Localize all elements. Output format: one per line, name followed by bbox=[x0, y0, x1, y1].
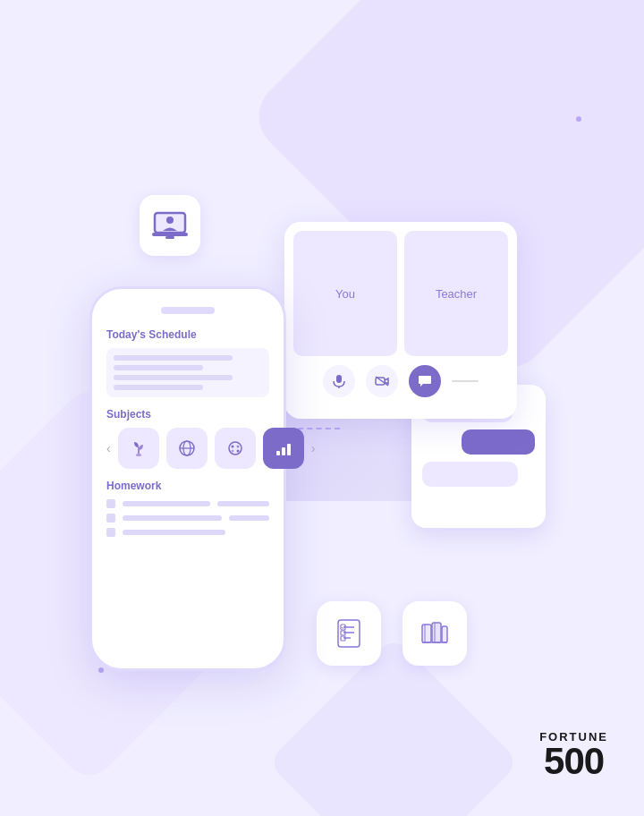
sched-line-3 bbox=[114, 375, 233, 380]
svg-rect-6 bbox=[376, 378, 385, 385]
svg-rect-8 bbox=[136, 454, 141, 456]
schedule-block bbox=[106, 348, 269, 397]
sched-line-1 bbox=[114, 355, 233, 361]
hw-item-2 bbox=[106, 514, 269, 523]
fortune-500-badge: FORTUNE 500 bbox=[539, 731, 608, 780]
svg-point-12 bbox=[229, 442, 242, 455]
chat-bubble-received-2 bbox=[422, 462, 518, 487]
video-off-button[interactable] bbox=[366, 365, 398, 397]
hw-item-1 bbox=[106, 499, 269, 508]
chat-button[interactable] bbox=[409, 365, 441, 397]
subjects-section-title: Subjects bbox=[106, 408, 269, 421]
main-content: You Teacher bbox=[0, 0, 644, 816]
video-cell-teacher: Teacher bbox=[404, 231, 508, 356]
fortune-500-text: 500 bbox=[539, 743, 608, 780]
svg-rect-18 bbox=[282, 447, 285, 455]
subject-chart-card[interactable] bbox=[263, 428, 304, 469]
subjects-row: ‹ bbox=[106, 428, 269, 469]
svg-point-13 bbox=[231, 446, 233, 448]
svg-rect-27 bbox=[422, 625, 431, 642]
laptop-icon-card[interactable] bbox=[140, 195, 200, 256]
divider-line bbox=[452, 380, 479, 382]
subject-plant-card[interactable] bbox=[118, 428, 159, 469]
hw-text-3 bbox=[123, 530, 225, 535]
sched-line-2 bbox=[114, 365, 203, 370]
phone-notch bbox=[161, 307, 215, 314]
sched-line-4 bbox=[114, 385, 203, 390]
chat-bubble-sent bbox=[462, 429, 535, 455]
books-icon-card[interactable] bbox=[402, 601, 467, 666]
checklist-icon-card[interactable] bbox=[317, 601, 381, 666]
books-icon bbox=[417, 616, 453, 651]
phone-mockup: Today's Schedule Subjects ‹ bbox=[89, 286, 286, 671]
hw-text-2 bbox=[123, 515, 222, 521]
video-controls bbox=[293, 365, 508, 397]
video-cell-you: You bbox=[293, 231, 397, 356]
subject-globe-card[interactable] bbox=[166, 428, 208, 469]
subjects-prev-arrow[interactable]: ‹ bbox=[106, 441, 111, 455]
schedule-section-title: Today's Schedule bbox=[106, 328, 269, 341]
subject-art-card[interactable] bbox=[215, 428, 256, 469]
homework-section-title: Homework bbox=[106, 480, 269, 492]
hw-checkbox-2[interactable] bbox=[106, 514, 115, 523]
svg-rect-2 bbox=[152, 233, 188, 236]
video-grid: You Teacher bbox=[293, 231, 508, 356]
hw-text-1 bbox=[123, 501, 210, 506]
hw-checkbox-1[interactable] bbox=[106, 499, 115, 508]
subjects-next-arrow[interactable]: › bbox=[311, 441, 316, 455]
svg-rect-29 bbox=[432, 623, 441, 642]
svg-point-14 bbox=[236, 446, 239, 448]
svg-point-16 bbox=[236, 450, 239, 453]
laptop-icon bbox=[152, 211, 188, 240]
svg-rect-17 bbox=[276, 451, 280, 455]
hw-text-1b bbox=[217, 501, 270, 506]
svg-point-1 bbox=[166, 217, 174, 224]
svg-rect-4 bbox=[336, 375, 342, 383]
svg-rect-19 bbox=[287, 444, 291, 455]
svg-point-15 bbox=[231, 450, 233, 453]
homework-list bbox=[106, 499, 269, 537]
checklist-icon bbox=[331, 616, 367, 651]
hw-item-3 bbox=[106, 528, 269, 537]
svg-rect-31 bbox=[442, 626, 447, 642]
mic-button[interactable] bbox=[323, 365, 355, 397]
hw-checkbox-3[interactable] bbox=[106, 528, 115, 537]
svg-rect-3 bbox=[165, 236, 174, 239]
hw-text-2b bbox=[229, 515, 269, 521]
video-call-panel: You Teacher bbox=[284, 222, 517, 419]
